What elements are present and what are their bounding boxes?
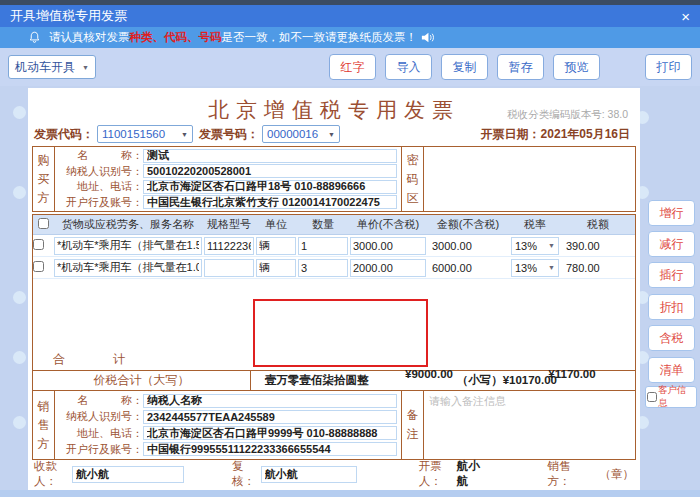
- item-row: 3000.00 13%▼ 390.00: [33, 235, 635, 257]
- invoice-footer: 收款人： 复核： 开票人： 航小航 销售方： （章）: [34, 464, 634, 484]
- items-table: 货物或应税劳务、服务名称 规格型号 单位 数量 单价(不含税) 金额(不含税) …: [32, 214, 636, 391]
- speaker-icon[interactable]: [420, 30, 435, 45]
- preview-button[interactable]: 预览: [553, 54, 600, 80]
- item-spec-cell: [203, 237, 255, 255]
- item-unit-input[interactable]: [256, 259, 296, 277]
- import-button[interactable]: 导入: [385, 54, 432, 80]
- row-checkbox[interactable]: [33, 239, 44, 250]
- copy-button[interactable]: 复制: [441, 54, 488, 80]
- issue-date-label: 开票日期：: [481, 127, 541, 141]
- window-titlebar: 开具增值税专用发票 ×: [0, 5, 700, 27]
- item-qty-cell: [297, 237, 349, 255]
- reviewer-input[interactable]: [261, 466, 357, 483]
- buyer-section: 购买方 名 称： 纳税人识别号： 地址、电话： 开户行及账号：: [32, 146, 636, 212]
- buyer-taxid-row: 纳税人识别号：: [57, 164, 397, 179]
- list-button[interactable]: 清单: [648, 357, 695, 383]
- buyer-bank-label: 开户行及账号：: [57, 195, 143, 210]
- seller-name-row: 名 称：: [57, 393, 397, 408]
- add-row-button[interactable]: 增行: [648, 200, 695, 226]
- decorative-dot: [13, 416, 26, 429]
- item-rate-select[interactable]: 13%▼: [511, 259, 559, 277]
- invoice-number-select[interactable]: 00000016 ▼: [262, 125, 340, 143]
- seller-bank-field[interactable]: [143, 442, 397, 456]
- buyer-name-row: 名 称：: [57, 148, 397, 163]
- item-amount-value: 6000.00: [427, 262, 509, 274]
- seller-section-label: 销售方: [33, 391, 55, 459]
- item-name-input[interactable]: [54, 259, 202, 277]
- alert-text: 请认真核对发票种类、代码、号码是否一致，如不一致请更换纸质发票！: [49, 30, 417, 45]
- issue-date: 开票日期：2021年05月16日: [481, 126, 630, 143]
- seller-name-field[interactable]: [143, 394, 397, 408]
- tax-included-button[interactable]: 含税: [648, 325, 695, 351]
- reviewer-label: 复核：: [232, 459, 261, 489]
- main-area: 北京增值税专用发票 税收分类编码版本号: 38.0 发票代码： 11001515…: [0, 86, 700, 497]
- tax-code-version: 税收分类编码版本号: 38.0: [507, 108, 628, 122]
- buyer-address-field[interactable]: [143, 180, 397, 194]
- buyer-section-label: 购买方: [33, 147, 55, 211]
- red-ink-button[interactable]: 红字: [329, 54, 376, 80]
- header-amount: 金额(不含税): [427, 217, 509, 232]
- row-checkbox[interactable]: [33, 261, 44, 272]
- item-spec-cell: [203, 259, 255, 277]
- decorative-dot: [13, 351, 26, 364]
- password-zone-area: [423, 147, 635, 211]
- item-price-cell: [349, 259, 427, 277]
- seller-taxid-row: 纳税人识别号：: [57, 409, 397, 424]
- customer-info-checkbox[interactable]: [647, 392, 657, 402]
- header-tax: 税额: [561, 217, 635, 232]
- seller-bank-row: 开户行及账号：: [57, 442, 397, 457]
- header-rate: 税率: [509, 217, 561, 232]
- item-spec-input[interactable]: [204, 237, 254, 255]
- chevron-down-icon: ▼: [175, 131, 188, 138]
- payee-label: 收款人：: [34, 459, 72, 489]
- toolbar-buttons: 红字 导入 复制 暂存 预览 打印: [329, 54, 692, 80]
- drawer-label: 开票人：: [419, 459, 457, 489]
- payee-input[interactable]: [72, 466, 184, 483]
- remark-input[interactable]: 请输入备注信息: [423, 391, 635, 459]
- delete-row-button[interactable]: 减行: [648, 231, 695, 257]
- grand-total-small: （小写）¥10170.00: [457, 373, 557, 388]
- item-price-input[interactable]: [350, 237, 426, 255]
- item-qty-input[interactable]: [298, 259, 348, 277]
- print-button[interactable]: 打印: [645, 54, 692, 80]
- header-spec: 规格型号: [203, 217, 255, 232]
- customer-info-toggle[interactable]: 客户信息: [645, 386, 697, 408]
- buyer-name-field[interactable]: [143, 149, 397, 163]
- seller-address-label: 地址、电话：: [57, 426, 143, 441]
- buyer-section-text: 购买方: [38, 151, 50, 208]
- header-price: 单价(不含税): [349, 217, 427, 232]
- item-price-cell: [349, 237, 427, 255]
- item-price-input[interactable]: [350, 259, 426, 277]
- insert-row-button[interactable]: 插行: [648, 262, 695, 288]
- seller-fields: 名 称： 纳税人识别号： 地址、电话： 开户行及账号：: [55, 391, 401, 459]
- bottom-strip: [0, 490, 700, 497]
- save-draft-button[interactable]: 暂存: [497, 54, 544, 80]
- chevron-down-icon: ▼: [548, 264, 555, 271]
- discount-button[interactable]: 折扣: [648, 294, 695, 320]
- item-name-cell: [53, 237, 203, 255]
- seller-taxid-label: 纳税人识别号：: [57, 409, 143, 424]
- header-name: 货物或应税劳务、服务名称: [53, 217, 203, 232]
- buyer-taxid-field[interactable]: [143, 164, 397, 178]
- item-rate-value: 13%: [515, 240, 537, 252]
- invoice-number-value: 00000016: [267, 128, 318, 140]
- invoice-type-select[interactable]: 机动车开具 ▼: [8, 55, 96, 79]
- decorative-dot: [13, 291, 26, 304]
- alert-text-post: 是否一致，如不一致请更换纸质发票！: [222, 31, 418, 43]
- select-all-checkbox[interactable]: [38, 218, 49, 229]
- item-name-input[interactable]: [54, 237, 202, 255]
- item-row: 6000.00 13%▼ 780.00: [33, 257, 635, 279]
- seller-address-field[interactable]: [143, 426, 397, 440]
- item-qty-input[interactable]: [298, 237, 348, 255]
- item-spec-input[interactable]: [204, 259, 254, 277]
- invoice-code-select[interactable]: 1100151560 ▼: [97, 125, 193, 143]
- item-qty-cell: [297, 259, 349, 277]
- close-icon[interactable]: ×: [681, 9, 690, 24]
- subtotal-row: 合 计 ¥9000.00 ¥1170.00: [33, 351, 635, 370]
- item-unit-input[interactable]: [256, 237, 296, 255]
- buyer-bank-field[interactable]: [143, 195, 397, 209]
- alert-text-pre: 请认真核对发票: [49, 31, 130, 43]
- items-header-row: 货物或应税劳务、服务名称 规格型号 单位 数量 单价(不含税) 金额(不含税) …: [33, 215, 635, 235]
- seller-taxid-field[interactable]: [143, 410, 397, 424]
- item-rate-select[interactable]: 13%▼: [511, 237, 559, 255]
